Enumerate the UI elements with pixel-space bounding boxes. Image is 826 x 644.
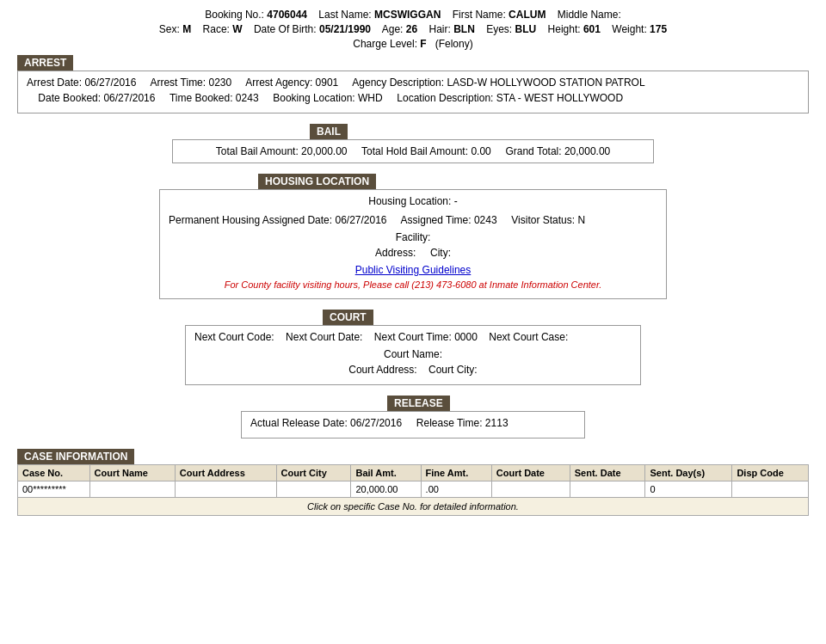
release-title: RELEASE	[387, 396, 450, 411]
arrest-title: ARREST	[17, 55, 73, 71]
height-value: 601	[583, 23, 601, 35]
perm-date-value: 06/27/2016	[335, 214, 386, 226]
location-desc-label: Location Description:	[397, 92, 493, 104]
last-name-label: Last Name:	[318, 9, 371, 21]
height-label: Height:	[548, 23, 581, 35]
last-name-value: MCSWIGGAN	[374, 9, 441, 21]
col-court-address: Court Address	[175, 465, 276, 481]
cell-bail_amt: 20,000.00	[351, 481, 421, 498]
header-section: Booking No.: 4706044 Last Name: MCSWIGGA…	[17, 9, 809, 50]
housing-location-value: -	[454, 195, 458, 207]
bail-box: Total Bail Amount: 20,000.00 Total Hold …	[172, 139, 654, 163]
cell-court_address	[175, 481, 276, 498]
col-court-city: Court City	[276, 465, 351, 481]
col-fine-amt: Fine Amt.	[421, 465, 491, 481]
total-hold-value: 0.00	[471, 145, 490, 157]
weight-value: 175	[650, 23, 667, 35]
housing-note: For County facility visiting hours, Plea…	[169, 279, 657, 290]
housing-title: HOUSING LOCATION	[258, 174, 376, 189]
agency-desc-label: Agency Description:	[352, 77, 444, 89]
first-name-value: CALUM	[509, 9, 546, 21]
housing-box: Housing Location: - Permanent Housing As…	[159, 189, 667, 299]
middle-name-label: Middle Name:	[558, 9, 621, 21]
date-booked-label: Date Booked:	[38, 92, 101, 104]
grand-total-label: Grand Total:	[505, 145, 561, 157]
date-booked-value: 06/27/2016	[103, 92, 155, 104]
col-court-date: Court Date	[491, 465, 570, 481]
sex-label: Sex:	[159, 23, 180, 35]
agency-desc-value: LASD-W HOLLYWOOD STATION PATROL	[447, 77, 644, 89]
booking-location-value: WHD	[358, 92, 383, 104]
arrest-date-label: Arrest Date:	[27, 77, 82, 89]
case-footer: Click on specific Case No. for detailed …	[17, 498, 809, 516]
arrest-box: Arrest Date: 06/27/2016 Arrest Time: 023…	[17, 71, 809, 113]
next-court-time-value: 0000	[454, 331, 478, 343]
release-time-value: 2113	[485, 417, 509, 429]
address-label: Address:	[375, 247, 416, 259]
next-court-date-label: Next Court Date:	[286, 331, 362, 343]
weight-label: Weight:	[612, 23, 646, 35]
court-name-label: Court Name:	[384, 348, 442, 360]
arrest-agency-label: Arrest Agency:	[245, 77, 312, 89]
dob-value: 05/21/1990	[319, 23, 371, 35]
booking-location-label: Booking Location:	[273, 92, 354, 104]
bail-title: BAIL	[310, 124, 348, 139]
housing-section: HOUSING LOCATION Housing Location: - Per…	[17, 174, 809, 299]
public-visiting-link[interactable]: Public Visiting Guidelines	[355, 264, 472, 276]
next-court-case-label: Next Court Case:	[489, 331, 568, 343]
col-court-name: Court Name	[89, 465, 175, 481]
cell-court_date	[491, 481, 570, 498]
next-court-code-label: Next Court Code:	[194, 331, 274, 343]
housing-address-row: Address: City:	[169, 247, 657, 259]
arrest-row-1: Arrest Date: 06/27/2016 Arrest Time: 023…	[27, 77, 799, 89]
table-row[interactable]: 00*********20,000.00.000	[18, 481, 809, 498]
cell-court_name	[89, 481, 175, 498]
city-label: City:	[430, 247, 451, 259]
cell-court_city	[276, 481, 351, 498]
col-disp-code: Disp Code	[732, 465, 809, 481]
age-value: 26	[406, 23, 417, 35]
sex-value: M	[182, 23, 191, 35]
total-bail-value: 20,000.00	[301, 145, 347, 157]
eyes-value: BLU	[515, 23, 537, 35]
court-city-label: Court City:	[428, 364, 478, 376]
perm-date-label: Permanent Housing Assigned Date:	[169, 214, 332, 226]
facility-label: Facility:	[396, 231, 431, 243]
cell-fine_amt: .00	[421, 481, 491, 498]
col-sent-date: Sent. Date	[570, 465, 645, 481]
bail-section: BAIL Total Bail Amount: 20,000.00 Total …	[17, 124, 809, 163]
visitor-status-value: N	[577, 214, 585, 226]
cell-case_no: 00*********	[18, 481, 90, 498]
eyes-label: Eyes:	[486, 23, 512, 35]
header-row-2: Sex: M Race: W Date Of Birth: 05/21/1990…	[17, 23, 809, 35]
case-table: Case No. Court Name Court Address Court …	[17, 464, 809, 498]
arrest-section: ARREST Arrest Date: 06/27/2016 Arrest Ti…	[17, 55, 809, 113]
total-bail-label: Total Bail Amount:	[216, 145, 299, 157]
booking-no-label: Booking No.:	[205, 9, 264, 21]
arrest-time-value: 0230	[208, 77, 231, 89]
cell-sent_date	[570, 481, 645, 498]
court-row-3: Court Address: Court City:	[194, 364, 632, 376]
grand-total-value: 20,000.00	[564, 145, 610, 157]
hair-label: Hair:	[428, 23, 450, 35]
charge-level-desc: (Felony)	[435, 38, 473, 50]
housing-perm-row: Permanent Housing Assigned Date: 06/27/2…	[169, 214, 657, 226]
booking-no-value: 4706044	[267, 9, 307, 21]
court-address-label: Court Address:	[348, 364, 416, 376]
case-info-title: CASE INFORMATION	[17, 449, 134, 464]
cell-disp_code	[732, 481, 809, 498]
header-row-1: Booking No.: 4706044 Last Name: MCSWIGGA…	[17, 9, 809, 21]
total-hold-label: Total Hold Bail Amount:	[361, 145, 468, 157]
case-info-section: CASE INFORMATION Case No. Court Name Cou…	[17, 449, 809, 516]
visitor-status-label: Visitor Status:	[511, 214, 575, 226]
col-bail-amt: Bail Amt.	[351, 465, 421, 481]
case-table-header: Case No. Court Name Court Address Court …	[18, 465, 809, 481]
cell-sent_days: 0	[645, 481, 732, 498]
location-desc-value: STA - WEST HOLLYWOOD	[496, 92, 623, 104]
age-label: Age:	[382, 23, 404, 35]
housing-link-row: Public Visiting Guidelines	[169, 264, 657, 276]
actual-release-label: Actual Release Date:	[250, 417, 348, 429]
court-box: Next Court Code: Next Court Date: Next C…	[185, 325, 641, 385]
housing-facility-row: Facility:	[169, 231, 657, 243]
court-row-1: Next Court Code: Next Court Date: Next C…	[194, 331, 632, 343]
